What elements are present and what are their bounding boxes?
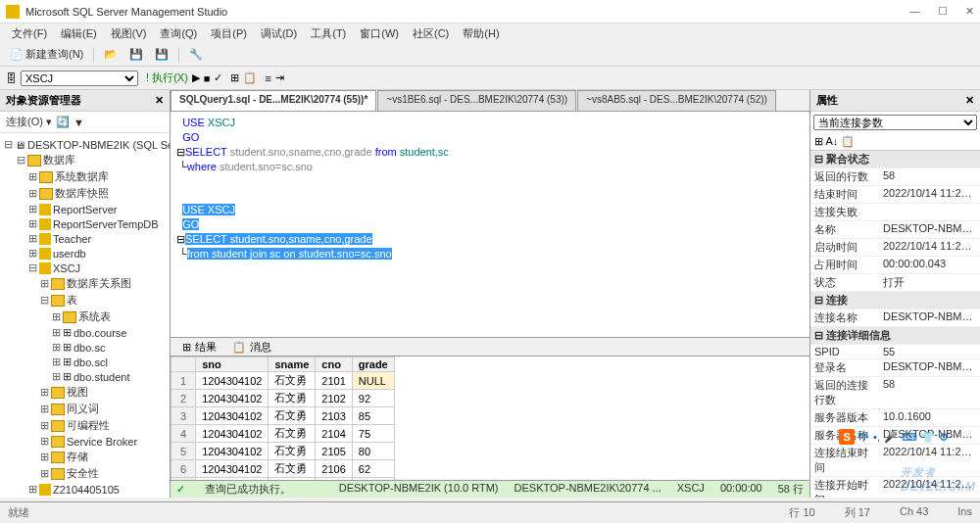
editor-tabs: SQLQuery1.sql - DE...ME2IK\20774 (55))* …	[171, 90, 809, 112]
table-row[interactable]: 61204304102石文勇210662	[172, 460, 395, 478]
table-icon: ⊞	[63, 356, 72, 368]
results-tab[interactable]: ⊞结果	[174, 338, 224, 357]
menu-view[interactable]: 视图(V)	[105, 24, 153, 43]
menu-community[interactable]: 社区(C)	[407, 24, 455, 43]
debug-button[interactable]: ▶	[192, 71, 200, 84]
status-rows: 58 行	[778, 482, 804, 497]
status-db: XSCJ	[677, 482, 705, 497]
table-icon: ⊞	[63, 326, 72, 339]
status-time: 00:00:00	[720, 482, 762, 497]
menu-tools[interactable]: 工具(T)	[305, 24, 352, 43]
menu-project[interactable]: 项目(P)	[205, 24, 253, 43]
refresh-icon[interactable]: 🔄	[56, 116, 70, 128]
status-user: DESKTOP-NBME2IK\20774 ...	[514, 482, 662, 497]
status-message: 查询已成功执行。	[205, 482, 291, 497]
object-tree[interactable]: ⊟🖥DESKTOP-NBME2IK (SQL Server 10.0.160 ⊟…	[0, 133, 170, 498]
message-icon: 📋	[232, 341, 246, 354]
filter-icon[interactable]: ▼	[74, 117, 84, 128]
window-title: Microsoft SQL Server Management Studio	[25, 6, 909, 18]
titlebar: Microsoft SQL Server Management Studio —…	[0, 0, 980, 24]
properties-combo[interactable]: 当前连接参数	[813, 115, 977, 130]
menubar: 文件(F) 编辑(E) 视图(V) 查询(Q) 项目(P) 调试(D) 工具(T…	[0, 24, 980, 43]
ime-cn-icon[interactable]: 中	[858, 430, 869, 445]
table-row[interactable]: 51204304102石文勇210580	[172, 443, 395, 460]
table-row[interactable]: 21204304102石文勇210292	[172, 390, 395, 407]
categorized-icon[interactable]: ⊞	[814, 135, 823, 147]
new-query-button[interactable]: 📄 新建查询(N)	[6, 45, 87, 64]
status-line: 行 10	[789, 505, 814, 520]
properties-header: 属性 ✕	[810, 90, 980, 112]
indent-icon[interactable]: ⇥	[275, 71, 284, 84]
menu-edit[interactable]: 编辑(E)	[55, 24, 103, 43]
watermark: 开发者 DEvZE.CoM	[901, 465, 976, 494]
object-explorer-header: 对象资源管理器 ✕	[0, 90, 170, 112]
open-icon[interactable]: 📂	[100, 46, 122, 63]
tab-active[interactable]: SQLQuery1.sql - DE...ME2IK\20774 (55))*	[171, 90, 376, 111]
menu-window[interactable]: 窗口(W)	[354, 24, 405, 43]
props-icon[interactable]: 📋	[841, 135, 855, 147]
table-icon: ⊞	[63, 370, 72, 383]
status-ok-icon: ✓	[176, 483, 185, 496]
status-ready: 就绪	[8, 505, 29, 520]
ime-keyboard-icon[interactable]: ⌨	[902, 431, 917, 444]
object-explorer: 对象资源管理器 ✕ 连接(O) ▾ 🔄 ▼ ⊟🖥DESKTOP-NBME2IK …	[0, 90, 171, 498]
query-toolbar: 🗄 XSCJ ! 执行(X) ▶ ■ ✓ ⊞ 📋 ≡ ⇥	[0, 67, 980, 90]
ime-skin-icon[interactable]: 👕	[921, 431, 935, 444]
messages-tab[interactable]: 📋消息	[224, 338, 279, 357]
menu-debug[interactable]: 调试(D)	[255, 24, 303, 43]
window-controls: — ☐ ✕	[909, 5, 974, 18]
status-ins: Ins	[957, 505, 972, 520]
maximize-button[interactable]: ☐	[938, 5, 948, 18]
ime-mic-icon[interactable]: 🎤	[884, 431, 898, 444]
object-explorer-toolbar: 连接(O) ▾ 🔄 ▼	[0, 112, 170, 133]
ime-punct-icon[interactable]: •,	[873, 431, 880, 443]
menu-file[interactable]: 文件(F)	[6, 24, 53, 43]
properties-grid[interactable]: ⊟ 聚合状态 返回的行数58 结束时间2022/10/14 11:29:21 连…	[810, 151, 980, 498]
grid-icon: ⊞	[182, 341, 191, 354]
execute-button[interactable]: ! 执行(X)	[146, 71, 188, 85]
menu-query[interactable]: 查询(Q)	[154, 24, 203, 43]
connect-dropdown[interactable]: 连接(O) ▾	[6, 115, 52, 129]
table-row[interactable]: 11204304102石文勇2101NULL	[172, 372, 395, 390]
server-icon: 🖥	[15, 139, 25, 151]
db-icon: 🗄	[6, 72, 17, 84]
table-row[interactable]: 41204304102石文勇210475	[172, 425, 395, 443]
statusbar: 就绪 行 10 列 17 Ch 43 Ins	[0, 501, 980, 523]
table-row[interactable]: 31204304102石文勇210385	[172, 407, 395, 425]
database-combo[interactable]: XSCJ	[21, 71, 138, 86]
sql-editor[interactable]: USE XSCJ GO ⊟SELECT student.sno,sname,cn…	[171, 112, 809, 337]
tab-3[interactable]: ~vs8AB5.sql - DES...BME2IK\20774 (52))	[577, 90, 776, 111]
results-grid-icon[interactable]: ⊞	[230, 71, 239, 84]
panel-close-icon[interactable]: ✕	[155, 94, 164, 107]
comment-icon[interactable]: ≡	[265, 72, 270, 84]
status-col: 列 17	[845, 505, 870, 520]
results-text-icon[interactable]: 📋	[243, 71, 257, 84]
save-icon[interactable]: 💾	[125, 46, 147, 63]
toolbox-icon[interactable]: 🔧	[185, 46, 207, 63]
query-statusbar: ✓ 查询已成功执行。 DESKTOP-NBME2IK (10.0 RTM) DE…	[171, 480, 809, 498]
alphabetical-icon[interactable]: A↓	[825, 135, 838, 147]
ime-sogou-icon[interactable]: S	[839, 429, 855, 445]
main-toolbar: 📄 新建查询(N) 📂 💾 💾 🔧	[0, 43, 980, 67]
result-grid[interactable]: snosnamecnograde 11204304102石文勇2101NULL2…	[171, 357, 809, 480]
editor-area: SQLQuery1.sql - DE...ME2IK\20774 (55))* …	[171, 90, 809, 498]
close-button[interactable]: ✕	[965, 5, 974, 18]
saveall-icon[interactable]: 💾	[151, 46, 172, 63]
status-ch: Ch 43	[900, 505, 928, 520]
app-icon	[6, 5, 20, 19]
table-icon: ⊞	[63, 341, 72, 354]
stop-button[interactable]: ■	[204, 72, 211, 84]
ime-settings-icon[interactable]: ⚙	[939, 431, 949, 444]
menu-help[interactable]: 帮助(H)	[457, 24, 505, 43]
panel-close-icon[interactable]: ✕	[965, 94, 974, 107]
status-server: DESKTOP-NBME2IK (10.0 RTM)	[339, 482, 499, 497]
result-tabs: ⊞结果 📋消息	[171, 337, 809, 357]
ime-toolbar: S 中 •, 🎤 ⌨ 👕 ⚙	[839, 429, 949, 445]
minimize-button[interactable]: —	[909, 5, 920, 18]
tab-2[interactable]: ~vs1BE6.sql - DES...BME2IK\20774 (53))	[377, 90, 576, 111]
parse-button[interactable]: ✓	[214, 71, 222, 84]
